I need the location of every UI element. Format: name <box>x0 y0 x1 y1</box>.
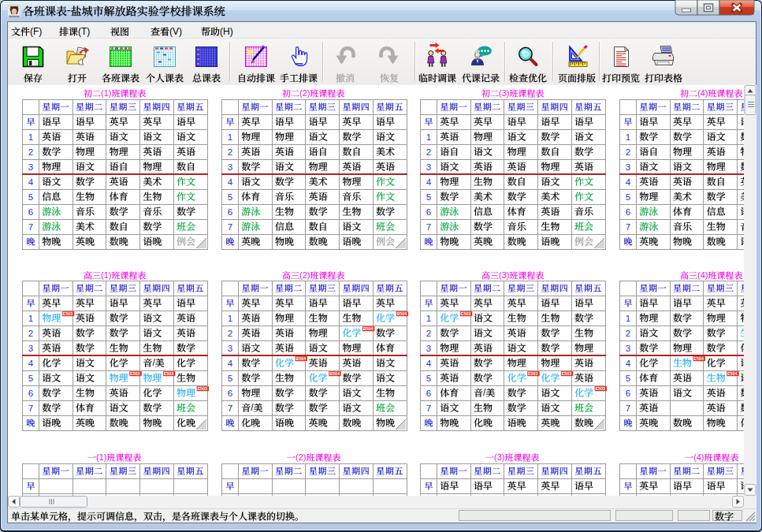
svg-text:4: 4 <box>625 177 630 187</box>
svg-text:7: 7 <box>28 404 33 413</box>
svg-text:6: 6 <box>625 207 630 217</box>
svg-text:7: 7 <box>28 222 33 232</box>
svg-text:5: 5 <box>227 374 232 383</box>
svg-text:1: 1 <box>227 132 232 142</box>
svg-text:(3): (3) <box>499 270 509 280</box>
svg-text:E503: E503 <box>63 311 73 316</box>
svg-text:3: 3 <box>227 344 232 353</box>
svg-text:(3): (3) <box>499 88 509 98</box>
svg-text:2: 2 <box>28 147 33 157</box>
svg-text:2: 2 <box>426 147 431 157</box>
svg-text:6: 6 <box>426 207 431 217</box>
svg-text:E503: E503 <box>197 386 207 391</box>
svg-text:5: 5 <box>28 192 33 202</box>
svg-text:5: 5 <box>625 374 630 383</box>
svg-text:4: 4 <box>426 177 432 187</box>
svg-text:(T): (T) <box>78 25 90 36</box>
svg-text:5: 5 <box>28 374 33 383</box>
svg-text:5: 5 <box>625 192 630 202</box>
svg-text:7: 7 <box>426 222 431 232</box>
svg-text:1: 1 <box>28 132 33 142</box>
svg-text:3: 3 <box>426 162 431 172</box>
svg-text:(2): (2) <box>299 270 310 280</box>
svg-text:2: 2 <box>28 329 33 338</box>
svg-text:1: 1 <box>426 132 431 142</box>
svg-text:(H): (H) <box>220 25 233 36</box>
svg-text:(F): (F) <box>30 25 42 36</box>
svg-text:4: 4 <box>227 359 232 368</box>
svg-text:3: 3 <box>28 344 33 353</box>
svg-text:6: 6 <box>426 389 431 398</box>
svg-text:5: 5 <box>426 192 431 202</box>
svg-text:(2): (2) <box>299 88 310 98</box>
svg-text:(3): (3) <box>494 452 504 462</box>
svg-text:E503: E503 <box>562 371 572 376</box>
svg-text:6: 6 <box>28 389 33 398</box>
svg-text:1: 1 <box>426 314 431 323</box>
svg-text:1: 1 <box>28 314 33 323</box>
svg-text:E503: E503 <box>461 311 471 316</box>
svg-text:(4): (4) <box>693 452 704 462</box>
svg-text:2: 2 <box>625 329 630 338</box>
svg-text:7: 7 <box>426 404 431 413</box>
svg-text:B504: B504 <box>396 311 407 316</box>
svg-text:6: 6 <box>28 207 33 217</box>
svg-text:B504: B504 <box>329 371 340 376</box>
svg-text:E503: E503 <box>164 371 174 376</box>
svg-text:E503: E503 <box>595 386 605 391</box>
svg-text:3: 3 <box>625 344 630 353</box>
svg-text:E503: E503 <box>528 371 538 376</box>
svg-text:1: 1 <box>227 314 232 323</box>
svg-text:3: 3 <box>227 162 232 172</box>
svg-text:2: 2 <box>227 329 232 338</box>
svg-text:(1): (1) <box>101 88 111 98</box>
svg-text:1: 1 <box>625 314 630 323</box>
svg-text:3: 3 <box>28 162 33 172</box>
svg-text:6: 6 <box>227 389 232 398</box>
svg-text:(1): (1) <box>96 452 106 462</box>
svg-text:6: 6 <box>625 389 630 398</box>
svg-text:B504: B504 <box>362 326 373 331</box>
svg-text:6: 6 <box>227 207 232 217</box>
svg-text:7: 7 <box>227 222 232 232</box>
svg-text:5: 5 <box>227 192 232 202</box>
svg-text:(V): (V) <box>169 25 182 36</box>
svg-text:3: 3 <box>426 344 431 353</box>
svg-text:4: 4 <box>426 359 432 368</box>
svg-text:E504: E504 <box>727 371 738 376</box>
svg-text:(2): (2) <box>296 452 306 462</box>
svg-text:4: 4 <box>227 177 232 187</box>
svg-text:E504: E504 <box>693 356 704 361</box>
svg-text:7: 7 <box>227 404 232 413</box>
svg-text:B504: B504 <box>296 356 306 361</box>
svg-text:(4): (4) <box>697 88 708 98</box>
svg-text:1: 1 <box>625 132 630 142</box>
svg-text:(4): (4) <box>697 270 708 280</box>
svg-text:5: 5 <box>426 374 431 383</box>
svg-text:3: 3 <box>625 162 630 172</box>
svg-text:-: - <box>67 5 71 17</box>
svg-text:2: 2 <box>625 147 630 157</box>
svg-text:4: 4 <box>28 177 34 187</box>
svg-text:(1): (1) <box>101 270 111 280</box>
svg-text:E503: E503 <box>130 371 140 376</box>
svg-text:7: 7 <box>625 404 630 413</box>
svg-text:2: 2 <box>227 147 232 157</box>
svg-text:7: 7 <box>625 222 630 232</box>
svg-text:4: 4 <box>625 359 630 368</box>
svg-text:4: 4 <box>28 359 34 368</box>
svg-text:2: 2 <box>426 329 431 338</box>
